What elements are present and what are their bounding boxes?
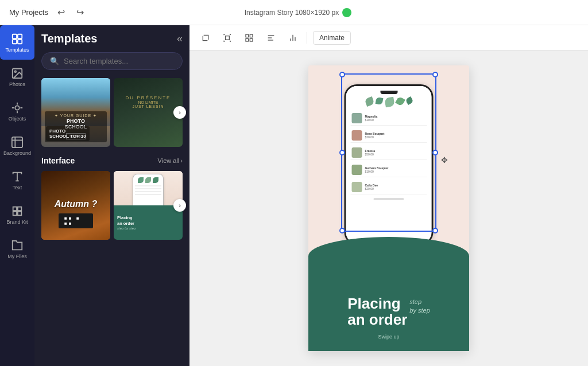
canvas-viewport[interactable]: Magnolia $10.00 Rose Bouquet $20.00	[189, 50, 588, 366]
top-bar: My Projects ↩ ↪ Instagram Story 1080×192…	[0, 0, 588, 25]
product-row: Gerbera Bouquet $10.00	[351, 163, 427, 177]
sidebar-item-photos[interactable]: Photos	[0, 60, 34, 94]
main-layout: Templates Photos Objects Backgro	[0, 25, 588, 366]
svg-rect-11	[18, 207, 21, 210]
svg-rect-18	[250, 38, 253, 41]
cloud-save-icon	[342, 8, 351, 17]
chart-tool-button[interactable]	[285, 31, 301, 45]
view-all-button[interactable]: View all ›	[158, 157, 183, 164]
background-label: Background	[3, 150, 31, 156]
svg-rect-16	[250, 34, 253, 37]
featured-template-grid: ✦ YOUR GUIDE ✦ PHOTO SCHOOL TOP 10 DU PR…	[41, 78, 183, 147]
template-card-mountain[interactable]: ✦ YOUR GUIDE ✦ PHOTO SCHOOL TOP 10	[41, 78, 110, 147]
move-cursor-icon: ✥	[441, 155, 448, 165]
search-box: 🔍	[41, 52, 183, 70]
panel-title: Templates	[41, 32, 97, 45]
svg-rect-2	[13, 39, 17, 43]
template-card-placing-order[interactable]: Placingan order step by step	[114, 171, 183, 240]
product-list: Magnolia $10.00 Rose Bouquet $20.00	[351, 111, 427, 194]
canvas-toolbar: Animate	[189, 25, 588, 50]
interface-next-arrow[interactable]: ›	[173, 199, 186, 212]
sidebar-item-objects[interactable]: Objects	[0, 94, 34, 129]
brand-kit-label: Brand Kit	[6, 219, 28, 225]
canvas-area: Animate	[189, 25, 588, 366]
collapse-panel-button[interactable]: «	[177, 33, 183, 45]
svg-rect-10	[13, 207, 17, 210]
svg-rect-15	[246, 34, 249, 37]
template-card-landscape[interactable]: DU PRÉSENTE NO LIMITE JUST LESSIN	[114, 78, 183, 147]
objects-label: Objects	[9, 116, 26, 122]
svg-rect-17	[246, 38, 249, 41]
templates-panel: Templates « 🔍 ✦ YOUR GUIDE ✦ PHOTO SCHOO…	[34, 25, 189, 366]
canvas-placing-title: Placing	[347, 295, 407, 312]
redo-button[interactable]: ↪	[74, 6, 86, 19]
sidebar-item-text[interactable]: Text	[0, 163, 34, 197]
templates-label: Templates	[5, 47, 29, 53]
design-canvas[interactable]: Magnolia $10.00 Rose Bouquet $20.00	[308, 65, 469, 351]
crop-tool-button[interactable]	[198, 31, 214, 45]
svg-point-5	[14, 71, 16, 72]
undo-button[interactable]: ↩	[55, 6, 67, 19]
product-row: Freesia $50.00	[351, 146, 427, 160]
svg-rect-12	[13, 211, 17, 215]
product-row: Magnolia $10.00	[351, 111, 427, 126]
placing-order-title: Placingan order	[117, 215, 179, 227]
canvas-placing-subtitle: stepby step	[409, 298, 430, 316]
svg-rect-14	[226, 36, 230, 40]
text-label: Text	[13, 185, 22, 190]
file-title: Instagram Story 1080×1920 px	[245, 9, 339, 17]
sidebar-item-my-files[interactable]: My Files	[0, 232, 34, 266]
template-card-autumn[interactable]: Autumn ? ■■ ■ ■■	[41, 171, 110, 240]
interface-section-header: Interface View all ›	[41, 156, 183, 165]
svg-point-6	[15, 106, 19, 110]
phone-mockup: Magnolia $10.00 Rose Bouquet $20.00	[345, 84, 434, 245]
interface-template-grid: Autumn ? ■■ ■ ■■	[41, 171, 183, 240]
animate-button[interactable]: Animate	[313, 31, 351, 45]
canvas-swipe-up: Swipe up	[378, 334, 399, 340]
templates-next-arrow[interactable]: ›	[173, 106, 186, 119]
align-tool-button[interactable]	[263, 31, 279, 45]
sidebar-item-background[interactable]: Background	[0, 129, 34, 163]
svg-rect-7	[12, 137, 22, 147]
svg-rect-3	[18, 39, 22, 43]
panel-header: Templates «	[41, 32, 183, 45]
canvas-placing-title2: an order	[347, 312, 407, 328]
phone-screen: Magnolia $10.00 Rose Bouquet $20.00	[346, 86, 432, 243]
my-files-label: My Files	[7, 254, 27, 259]
icon-sidebar: Templates Photos Objects Backgro	[0, 25, 34, 366]
interface-section-title: Interface	[41, 156, 75, 165]
canvas-bottom-section: Placing an order stepby step Swipe up	[308, 237, 469, 351]
toolbar-divider	[307, 32, 307, 44]
svg-rect-1	[18, 34, 22, 38]
photos-label: Photos	[9, 81, 25, 87]
product-row: Calla Bee $20.00	[351, 180, 427, 194]
search-icon: 🔍	[50, 57, 59, 65]
sidebar-item-templates[interactable]: Templates	[0, 25, 34, 60]
my-projects-link[interactable]: My Projects	[9, 8, 48, 17]
search-input[interactable]	[64, 57, 174, 65]
sidebar-item-brand-kit[interactable]: Brand Kit	[0, 197, 34, 232]
svg-rect-0	[13, 34, 17, 38]
svg-rect-13	[18, 211, 21, 215]
product-row: Rose Bouquet $20.00	[351, 129, 427, 143]
grid-tool-button[interactable]	[241, 31, 257, 45]
transform-tool-button[interactable]	[219, 31, 235, 45]
